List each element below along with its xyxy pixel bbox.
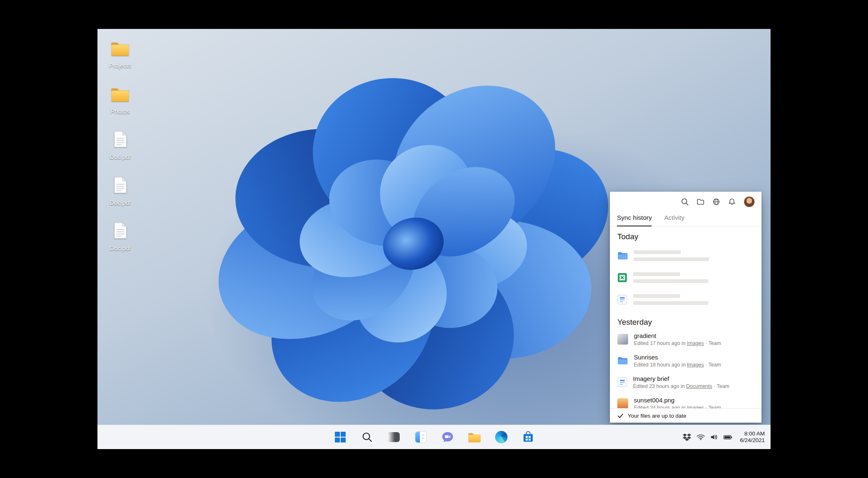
paper-doc-icon xyxy=(617,377,627,387)
volume-icon[interactable] xyxy=(710,434,718,440)
widgets-icon xyxy=(415,431,427,443)
loading-placeholder xyxy=(633,294,708,305)
taskbar-search-button[interactable] xyxy=(357,427,377,447)
dropbox-tray-icon[interactable] xyxy=(683,433,691,441)
windows-logo-icon xyxy=(334,431,346,443)
section-heading-yesterday: Yesterday xyxy=(617,318,754,327)
widgets-button[interactable] xyxy=(411,427,431,447)
edited-text: Edited 17 hours ago in xyxy=(634,340,685,346)
file-subtitle: Edited 17 hours ago in Images · Team xyxy=(634,340,721,347)
file-subtitle: Edited 23 hours ago in Documents · Team xyxy=(633,383,729,390)
file-row-imagery-brief[interactable]: Imagery brief Edited 23 hours ago in Doc… xyxy=(617,371,754,393)
desktop-icon-photos[interactable]: Photos xyxy=(102,82,139,115)
panel-tabs: Sync history Activity xyxy=(610,212,761,226)
edited-text: Edited 18 hours ago in xyxy=(634,362,685,368)
edited-text: Edited 23 hours ago in xyxy=(633,383,685,389)
edited-text: Edited 24 hours ago in xyxy=(634,405,685,409)
file-explorer-icon xyxy=(468,432,481,442)
section-heading-today: Today xyxy=(617,232,754,241)
file-subtitle: Edited 18 hours ago in Images · Team xyxy=(634,362,721,368)
file-row-sunrises[interactable]: Sunrises Edited 18 hours ago in Images ·… xyxy=(617,350,754,371)
desktop-icon-docpdf-1[interactable]: Doc.pdf xyxy=(102,128,139,161)
tab-sync-history[interactable]: Sync history xyxy=(617,212,652,226)
location-link[interactable]: Images xyxy=(687,340,704,346)
file-title: sunset004.png xyxy=(634,397,721,404)
folder-icon[interactable] xyxy=(697,198,704,206)
clock[interactable]: 8:00 AM 6/24/2021 xyxy=(740,430,765,444)
desktop-icon-docpdf-3[interactable]: Doc.pdf xyxy=(102,219,139,252)
team-text: · Team xyxy=(705,362,721,368)
taskbar: 8:00 AM 6/24/2021 xyxy=(97,425,771,449)
location-link[interactable]: Documents xyxy=(686,383,712,389)
skeleton-row xyxy=(617,245,754,266)
paper-doc-icon xyxy=(617,295,627,304)
edge-button[interactable] xyxy=(491,427,511,447)
tab-activity[interactable]: Activity xyxy=(664,212,684,226)
bell-icon[interactable] xyxy=(728,198,736,206)
team-text: · Team xyxy=(705,405,721,409)
blue-folder-icon xyxy=(617,356,628,365)
microsoft-store-button[interactable] xyxy=(518,427,538,447)
search-icon xyxy=(361,431,373,443)
battery-icon[interactable] xyxy=(723,435,732,440)
sync-status-text: Your files are up to date xyxy=(628,413,686,419)
file-subtitle: Edited 24 hours ago in Images · Team xyxy=(634,405,721,409)
panel-toolbar xyxy=(610,192,761,212)
loading-placeholder xyxy=(633,272,708,283)
desktop-icon-label: Doc.pdf xyxy=(102,153,139,161)
screen: Projects Photos xyxy=(0,0,868,478)
image-thumbnail xyxy=(617,334,628,345)
desktop-icon-docpdf-2[interactable]: Doc.pdf xyxy=(102,174,139,207)
taskbar-center-group xyxy=(97,425,771,449)
file-explorer-button[interactable] xyxy=(465,427,484,447)
pdf-document-icon xyxy=(114,222,127,239)
file-title: Imagery brief xyxy=(633,375,729,382)
desktop-icon-projects[interactable]: Projects xyxy=(102,36,139,69)
wifi-icon[interactable] xyxy=(697,434,705,440)
loading-placeholder xyxy=(634,250,709,261)
file-row-gradient[interactable]: gradient Edited 17 hours ago in Images ·… xyxy=(617,328,754,350)
image-thumbnail xyxy=(617,398,628,408)
file-title: gradient xyxy=(634,332,721,339)
user-avatar[interactable] xyxy=(744,196,755,207)
system-tray: 8:00 AM 6/24/2021 xyxy=(683,425,765,449)
skeleton-row xyxy=(617,288,754,310)
spreadsheet-icon xyxy=(617,273,627,283)
skeleton-row xyxy=(617,266,754,288)
task-view-button[interactable] xyxy=(384,427,404,447)
location-link[interactable]: Images xyxy=(687,405,704,409)
desktop-icon-label: Doc.pdf xyxy=(102,199,139,207)
clock-date: 6/24/2021 xyxy=(740,437,765,444)
pdf-document-icon xyxy=(114,176,127,194)
blue-folder-icon xyxy=(617,251,628,260)
chat-icon xyxy=(441,431,454,443)
search-icon[interactable] xyxy=(681,198,689,206)
clock-time: 8:00 AM xyxy=(740,430,765,437)
desktop-icon-label: Photos xyxy=(102,108,139,115)
file-title: Sunrises xyxy=(634,354,721,361)
checkmark-icon xyxy=(617,413,624,419)
dropbox-flyout-panel: Sync history Activity Today xyxy=(610,192,761,423)
globe-icon[interactable] xyxy=(712,198,720,206)
folder-icon xyxy=(111,86,130,102)
panel-body: Today xyxy=(610,226,761,408)
chat-button[interactable] xyxy=(438,427,458,447)
team-text: · Team xyxy=(714,383,729,389)
desktop-icon-label: Projects xyxy=(102,62,139,69)
edge-browser-icon xyxy=(495,431,508,443)
pdf-document-icon xyxy=(114,131,127,148)
location-link[interactable]: Images xyxy=(687,362,704,368)
desktop: Projects Photos xyxy=(97,29,771,449)
team-text: · Team xyxy=(705,340,721,346)
file-row-sunset004[interactable]: sunset004.png Edited 24 hours ago in Ima… xyxy=(617,393,754,408)
folder-icon xyxy=(111,40,130,56)
start-button[interactable] xyxy=(330,427,350,447)
task-view-icon xyxy=(388,432,400,442)
desktop-icon-label: Doc.pdf xyxy=(102,245,139,252)
sync-status-bar: Your files are up to date xyxy=(610,408,761,423)
store-icon xyxy=(522,431,534,443)
